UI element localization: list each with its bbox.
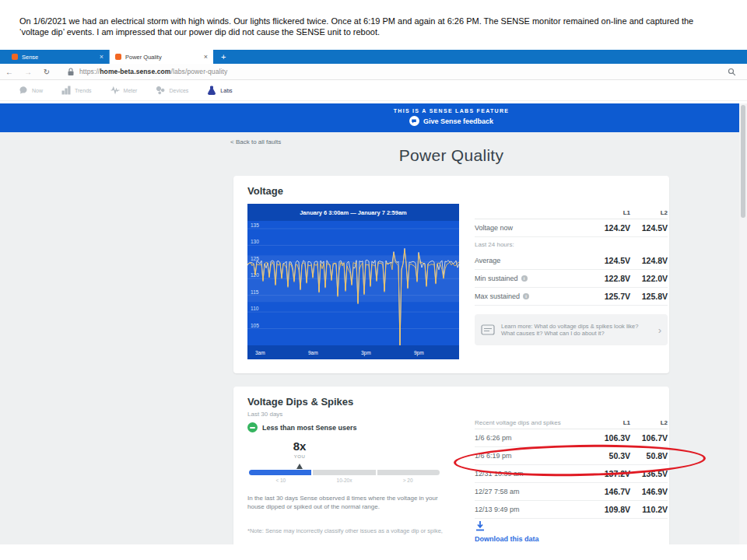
slide: On 1/6/2021 we had an electrical storm w… bbox=[0, 0, 747, 560]
scrollbar-thumb[interactable] bbox=[741, 105, 745, 218]
status-label: Less than most Sense users bbox=[262, 424, 357, 432]
l1-value: 124.2V bbox=[590, 223, 630, 233]
nav-item-now[interactable]: Now bbox=[19, 86, 43, 95]
scale-label-low: < 10 bbox=[249, 478, 313, 483]
voltage-chart: January 6 3:00am — January 7 2:59am 135 … bbox=[247, 204, 459, 359]
trends-bars-icon bbox=[61, 86, 71, 95]
l1-value: 125.7V bbox=[590, 292, 630, 301]
info-icon[interactable]: i bbox=[521, 275, 528, 282]
x-tick: 3pm bbox=[361, 350, 371, 356]
row-label: Voltage now bbox=[475, 224, 590, 232]
learn-more-box[interactable]: Learn more: What do voltage dips & spike… bbox=[475, 314, 668, 345]
info-icon[interactable]: i bbox=[523, 293, 529, 299]
refresh-icon[interactable]: ↻ bbox=[37, 68, 56, 76]
tab-power-quality[interactable]: Power Quality × bbox=[110, 50, 213, 64]
y-tick: 130 bbox=[251, 239, 259, 244]
sense-favicon-icon bbox=[12, 54, 18, 60]
download-label: Download this data bbox=[475, 535, 539, 543]
range-scale-labels: < 10 10-20x > 20 bbox=[249, 478, 440, 483]
feedback-link[interactable]: Give Sense feedback bbox=[233, 116, 669, 126]
feedback-link-label: Give Sense feedback bbox=[423, 117, 493, 125]
nav-label: Devices bbox=[169, 88, 188, 93]
learn-more-card-icon bbox=[481, 324, 495, 335]
l1-value: 122.8V bbox=[590, 274, 630, 283]
sense-favicon-icon bbox=[115, 54, 121, 60]
x-tick: 3am bbox=[255, 350, 265, 355]
y-tick: 125 bbox=[251, 256, 259, 261]
dips-description: In the last 30 days Sense observed 8 tim… bbox=[247, 494, 445, 511]
nav-item-trends[interactable]: Trends bbox=[61, 86, 92, 95]
dips-card-title: Voltage Dips & Spikes bbox=[247, 396, 353, 408]
app-nav: Now Trends Meter Devices Labs bbox=[0, 80, 747, 101]
l2-value: 106.7V bbox=[630, 433, 668, 443]
table-row-average: Average 124.5V 124.8V bbox=[475, 252, 668, 270]
y-tick: 105 bbox=[251, 323, 259, 328]
table-row-min-sustained: Min sustainedi 122.8V 122.0V bbox=[475, 270, 668, 288]
tab-sense[interactable]: Sense × bbox=[6, 50, 110, 64]
x-tick: 9pm bbox=[414, 350, 424, 356]
section-label: Last 24 hours: bbox=[475, 237, 668, 252]
new-tab-button[interactable]: + bbox=[213, 50, 233, 64]
close-tab-icon[interactable]: × bbox=[100, 54, 103, 61]
col-header-l1: L1 bbox=[590, 419, 630, 426]
page-content: < Back to all faults Power Quality Volta… bbox=[0, 132, 747, 544]
chart-date-range: January 6 3:00am — January 7 2:59am bbox=[300, 209, 407, 216]
url-path: /labs/power-quality bbox=[171, 68, 228, 75]
voltage-card-title: Voltage bbox=[247, 185, 283, 197]
scrollbar-track[interactable] bbox=[739, 103, 747, 544]
table-row: 12/27 7:58 am 146.7V 146.9V bbox=[475, 483, 668, 501]
browser-window: Sense × Power Quality × + ← → ↻ https://… bbox=[0, 50, 747, 544]
x-tick: 9am bbox=[308, 350, 318, 355]
event-date: 12/27 7:58 am bbox=[475, 488, 590, 495]
y-tick: 135 bbox=[251, 222, 259, 228]
download-data-link[interactable]: Download this data bbox=[475, 520, 539, 543]
l2-value: 146.9V bbox=[630, 487, 668, 496]
l1-value: 106.3V bbox=[590, 433, 630, 443]
col-header-l2: L2 bbox=[630, 419, 668, 426]
back-to-faults-link[interactable]: < Back to all faults bbox=[230, 138, 281, 145]
l2-value: 122.0V bbox=[630, 274, 668, 283]
scale-label-high: > 20 bbox=[376, 478, 440, 483]
nav-item-devices[interactable]: Devices bbox=[156, 86, 188, 95]
close-tab-icon[interactable]: × bbox=[204, 54, 208, 61]
back-icon[interactable]: ← bbox=[0, 68, 19, 76]
url-scheme: https:// bbox=[79, 68, 100, 75]
nav-item-labs[interactable]: Labs bbox=[207, 86, 232, 95]
search-icon[interactable] bbox=[728, 68, 736, 76]
url-host: home-beta.sense.com bbox=[100, 68, 170, 75]
event-date: 1/6 6:26 pm bbox=[475, 434, 590, 442]
table-header-row: L1 L2 bbox=[475, 207, 668, 219]
download-icon bbox=[475, 520, 486, 532]
labs-flask-icon bbox=[207, 86, 216, 95]
devices-bubbles-icon bbox=[156, 86, 165, 95]
table-row-max-sustained: Max sustainedi 125.7V 125.8V bbox=[475, 288, 668, 306]
labs-banner-inner: THIS IS A SENSE LABS FEATURE Give Sense … bbox=[233, 103, 669, 132]
you-label: YOU bbox=[261, 454, 338, 459]
l1-value: 109.8V bbox=[590, 505, 630, 514]
nav-label: Meter bbox=[124, 88, 138, 93]
event-date: 12/13 9:49 pm bbox=[475, 506, 590, 513]
nav-item-meter[interactable]: Meter bbox=[110, 86, 138, 95]
col-header-l1: L1 bbox=[590, 209, 630, 216]
recent-header: Recent voltage dips and spikes bbox=[475, 419, 590, 426]
feedback-bubble-icon bbox=[409, 116, 419, 126]
page-title: Power Quality bbox=[233, 146, 669, 165]
l2-value: 110.2V bbox=[630, 505, 668, 514]
forward-icon[interactable]: → bbox=[19, 68, 37, 76]
you-marker-icon bbox=[296, 464, 303, 469]
range-segment-low bbox=[249, 470, 311, 475]
nav-label: Trends bbox=[75, 88, 92, 93]
row-label: Average bbox=[475, 257, 590, 264]
lock-icon bbox=[67, 68, 75, 76]
url-field[interactable]: https://home-beta.sense.com/labs/power-q… bbox=[79, 68, 227, 75]
dips-card-subtitle: Last 30 days bbox=[247, 411, 282, 418]
table-row: 12/13 9:49 pm 109.8V 110.2V bbox=[475, 501, 668, 519]
annotation-note: On 1/6/2021 we had an electrical storm w… bbox=[19, 16, 718, 37]
row-label: Min sustainedi bbox=[475, 275, 590, 282]
address-bar: ← → ↻ https://home-beta.sense.com/labs/p… bbox=[0, 64, 747, 80]
l2-value: 124.8V bbox=[630, 256, 668, 265]
l1-value: 124.5V bbox=[590, 256, 630, 265]
range-bar bbox=[249, 470, 440, 475]
tab-label: Power Quality bbox=[125, 54, 162, 61]
l2-value: 124.5V bbox=[630, 223, 668, 233]
